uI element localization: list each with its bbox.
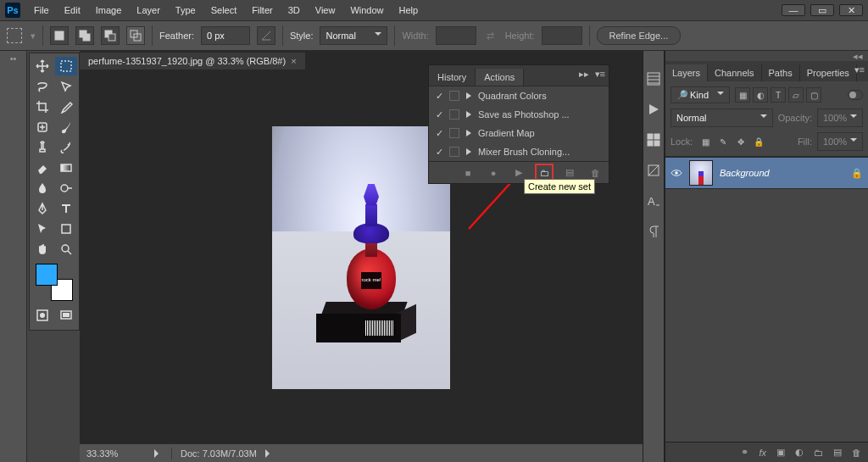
current-tool-icon[interactable] (7, 28, 22, 43)
menu-layer[interactable]: Layer (130, 3, 167, 18)
tab-paths[interactable]: Paths (762, 64, 800, 81)
close-button[interactable]: ✕ (839, 4, 863, 16)
fill-field[interactable]: 100% (817, 132, 863, 151)
check-icon[interactable]: ✓ (434, 147, 444, 157)
eyedropper-tool[interactable] (55, 97, 77, 116)
move-tool[interactable] (31, 57, 53, 75)
lock-trans-icon[interactable]: ▦ (698, 134, 713, 149)
blur-tool[interactable] (31, 179, 53, 198)
layer-row[interactable]: Background 🔒 (665, 157, 868, 189)
menu-select[interactable]: Select (204, 3, 244, 18)
tab-history[interactable]: History (429, 69, 476, 86)
status-menu-icon[interactable] (154, 449, 163, 458)
tab-channels[interactable]: Channels (708, 64, 761, 81)
chevron-down-icon[interactable]: ▾ (31, 31, 36, 42)
filter-shape-icon[interactable]: ▱ (788, 87, 804, 103)
group-icon[interactable]: 🗀 (814, 448, 823, 458)
dialog-toggle[interactable] (449, 91, 459, 101)
layer-name[interactable]: Background (720, 168, 770, 178)
healing-tool[interactable] (31, 118, 53, 136)
new-selection-button[interactable] (50, 26, 69, 45)
crop-tool[interactable] (31, 97, 53, 116)
new-layer-icon[interactable]: ▤ (833, 447, 842, 458)
history-brush-tool[interactable] (55, 138, 77, 157)
menu-file[interactable]: File (27, 3, 56, 18)
dodge-tool[interactable] (55, 179, 77, 198)
quickmask-button[interactable] (31, 306, 53, 325)
lasso-tool[interactable] (31, 77, 53, 96)
layer-mask-icon[interactable]: ▣ (776, 447, 785, 458)
screenmode-button[interactable] (55, 306, 77, 325)
close-tab-icon[interactable]: × (291, 56, 296, 66)
check-icon[interactable]: ✓ (434, 109, 444, 120)
intersect-selection-button[interactable] (126, 26, 145, 45)
maximize-button[interactable]: ▭ (810, 4, 834, 16)
swatches-strip-icon[interactable] (646, 132, 661, 148)
quick-select-tool[interactable] (55, 77, 77, 96)
check-icon[interactable]: ✓ (434, 91, 444, 101)
lock-all-icon[interactable]: 🔒 (751, 134, 766, 149)
status-menu-icon[interactable] (265, 449, 274, 458)
status-zoom[interactable]: 33.33% (86, 448, 146, 459)
dialog-toggle[interactable] (449, 147, 459, 157)
brush-tool[interactable] (55, 118, 77, 136)
pen-tool[interactable] (31, 199, 53, 218)
action-row[interactable]: ✓Mixer Brush Cloning... (429, 142, 609, 161)
styles-strip-icon[interactable] (646, 163, 661, 178)
menu-image[interactable]: Image (89, 3, 129, 18)
color-swatches[interactable] (36, 264, 73, 301)
foreground-color[interactable] (36, 264, 58, 286)
actions-strip-icon[interactable] (646, 102, 661, 117)
tab-actions[interactable]: Actions (476, 69, 524, 86)
layer-filter-kind[interactable]: 🔎Kind (670, 86, 730, 103)
blend-mode-dropdown[interactable]: Normal (670, 109, 773, 127)
lock-pixels-icon[interactable]: ✎ (715, 134, 731, 149)
history-strip-icon[interactable] (646, 71, 661, 86)
dock-grip[interactable]: ◂◂ (665, 51, 868, 61)
action-row[interactable]: ✓Quadrant Colors (429, 86, 609, 105)
link-layers-icon[interactable]: ⚭ (741, 447, 748, 458)
action-row[interactable]: ✓Save as Photoshop ... (429, 105, 609, 124)
menu-view[interactable]: View (309, 3, 342, 18)
visibility-icon[interactable] (670, 167, 682, 179)
path-select-tool[interactable] (31, 220, 53, 238)
shape-tool[interactable] (55, 220, 77, 238)
dialog-toggle[interactable] (449, 109, 459, 120)
adjustment-icon[interactable]: ◐ (795, 447, 804, 458)
record-icon[interactable]: ● (487, 166, 500, 180)
document-tab[interactable]: perfume-1351937_1920.jpg @ 33.3% (RGB/8#… (80, 53, 305, 70)
dialog-toggle[interactable] (449, 128, 459, 138)
filter-adjust-icon[interactable]: ◐ (753, 87, 768, 103)
layer-filter-toggle[interactable] (848, 90, 863, 100)
tab-properties[interactable]: Properties (800, 64, 857, 81)
filter-pixel-icon[interactable]: ▦ (735, 87, 750, 103)
menu-3d[interactable]: 3D (281, 3, 307, 18)
filter-smart-icon[interactable]: ▢ (806, 87, 821, 103)
check-icon[interactable]: ✓ (434, 128, 444, 138)
panel-collapse-icon[interactable]: ▸▸ ▾≡ (579, 69, 605, 80)
menu-window[interactable]: Window (343, 3, 390, 18)
menu-help[interactable]: Help (392, 3, 426, 18)
layer-fx-icon[interactable]: fx (759, 448, 766, 458)
action-row[interactable]: ✓Gradient Map (429, 124, 609, 142)
subtract-selection-button[interactable] (101, 26, 120, 45)
menu-filter[interactable]: Filter (245, 3, 279, 18)
stamp-tool[interactable] (31, 138, 53, 157)
paragraph-strip-icon[interactable] (646, 224, 661, 239)
trash-icon[interactable]: 🗑 (588, 166, 602, 180)
menu-edit[interactable]: Edit (58, 3, 87, 18)
feather-field[interactable]: 0 px (201, 26, 250, 45)
eraser-tool[interactable] (31, 159, 53, 177)
create-new-set-icon[interactable]: 🗀 (537, 166, 551, 180)
panel-menu-icon[interactable]: ▾≡ (854, 64, 865, 75)
add-selection-button[interactable] (75, 26, 94, 45)
opacity-field[interactable]: 100% (817, 109, 863, 127)
stop-icon[interactable]: ■ (461, 166, 475, 180)
tab-layers[interactable]: Layers (665, 64, 708, 81)
style-dropdown[interactable]: Normal (320, 26, 387, 45)
marquee-tool[interactable] (55, 57, 77, 75)
refine-edge-button[interactable]: Refine Edge... (597, 26, 682, 45)
play-icon[interactable]: ▶ (512, 166, 526, 180)
gradient-tool[interactable] (55, 159, 77, 177)
antialias-button[interactable] (257, 26, 275, 45)
